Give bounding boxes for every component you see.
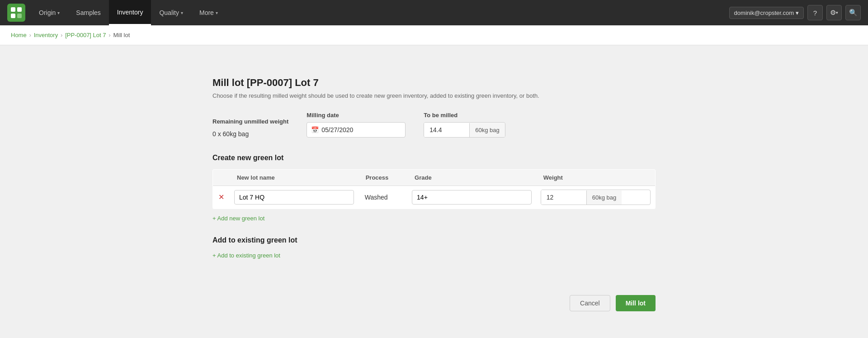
search-icon: 🔍 [849,9,858,17]
svg-rect-1 [11,7,15,12]
lot-name-input[interactable] [234,190,354,205]
to-be-milled-unit: 60kg bag [469,123,505,137]
nav-item-inventory[interactable]: Inventory [109,0,151,25]
add-to-existing-link[interactable]: + Add to existing green lot [212,252,280,259]
nav-item-more[interactable]: More ▾ [191,0,226,25]
nav-items: Origin ▾ Samples Inventory Quality ▾ Mor… [31,0,729,25]
svg-rect-4 [17,14,22,18]
milling-date-field: Milling date 📅 [307,112,406,138]
breadcrumb-sep: › [109,32,111,38]
nav-item-quality[interactable]: Quality ▾ [151,0,191,25]
create-new-section-title: Create new green lot [212,154,656,162]
breadcrumb-current: Mill lot [113,32,130,38]
chevron-down-icon: ▾ [796,10,799,16]
green-lot-table: New lot name Process Grade Weight ✕ Wash… [212,169,656,209]
user-menu-button[interactable]: dominik@cropster.com ▾ [729,7,804,19]
process-value: Washed [363,190,403,204]
col-weight: Weight [536,170,656,186]
page-title: Mill lot [PP-0007] Lot 7 [212,77,656,89]
chevron-down-icon: ▾ [836,10,838,15]
main-content: Mill lot [PP-0007] Lot 7 Choose if the r… [185,59,683,329]
col-grade: Grade [407,170,536,186]
remaining-weight-field: Remaining unmilled weight 0 x 60kg bag [212,118,288,138]
mill-lot-button[interactable]: Mill lot [616,295,656,311]
col-remove [213,170,230,186]
breadcrumb-lot[interactable]: [PP-0007] Lot 7 [65,32,106,38]
to-be-milled-field: To be milled 60kg bag [424,112,505,138]
logo[interactable] [7,4,25,22]
calendar-icon: 📅 [311,126,319,133]
chevron-down-icon: ▾ [216,10,218,15]
page-subtitle: Choose if the resulting milled weight sh… [212,92,656,99]
existing-section-title: Add to existing green lot [212,236,656,244]
chevron-down-icon: ▾ [181,10,183,15]
breadcrumb-inventory[interactable]: Inventory [34,32,58,38]
svg-rect-2 [17,7,22,12]
grade-input[interactable] [412,190,532,205]
svg-rect-3 [11,14,15,18]
table-row: ✕ Washed 60kg bag [213,186,656,209]
cancel-button[interactable]: Cancel [570,295,610,311]
fields-row: Remaining unmilled weight 0 x 60kg bag M… [212,112,656,138]
add-new-green-lot-link[interactable]: + Add new green lot [212,215,264,222]
remaining-weight-label: Remaining unmilled weight [212,118,288,125]
help-button[interactable]: ? [807,5,823,20]
remove-row-button[interactable]: ✕ [217,193,225,202]
nav-item-samples[interactable]: Samples [68,0,108,25]
chevron-down-icon: ▾ [57,10,60,15]
to-be-milled-input[interactable] [424,123,469,137]
col-lot-name: New lot name [230,170,359,186]
settings-button[interactable]: ⚙ ▾ [826,5,842,20]
nav-item-origin[interactable]: Origin ▾ [31,0,68,25]
weight-unit: 60kg bag [586,190,622,205]
weight-input[interactable] [541,190,586,205]
col-process: Process [359,170,407,186]
navbar: Origin ▾ Samples Inventory Quality ▾ Mor… [0,0,868,25]
breadcrumb-home[interactable]: Home [11,32,27,38]
search-button[interactable]: 🔍 [845,5,861,20]
milling-date-label: Milling date [307,112,406,119]
to-be-milled-label: To be milled [424,112,505,119]
milling-date-input[interactable] [307,122,406,138]
nav-right: dominik@cropster.com ▾ ? ⚙ ▾ 🔍 [729,5,861,20]
breadcrumb-sep: › [61,32,62,38]
breadcrumb: Home › Inventory › [PP-0007] Lot 7 › Mil… [0,25,868,45]
table-header-row: New lot name Process Grade Weight [213,170,656,186]
existing-green-lot-section: Add to existing green lot + Add to exist… [212,236,656,273]
breadcrumb-sep: › [29,32,31,38]
remaining-weight-value: 0 x 60kg bag [212,129,288,138]
footer-actions: Cancel Mill lot [212,291,656,311]
gear-icon: ⚙ [830,9,836,17]
svg-rect-0 [7,4,25,22]
